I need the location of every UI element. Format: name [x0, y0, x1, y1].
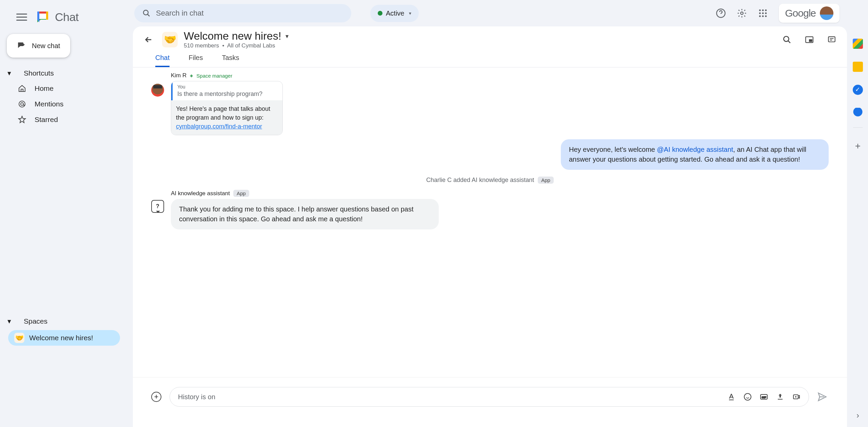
app-badge: App	[538, 177, 554, 184]
space-manager-badge: Space manager	[196, 73, 232, 79]
nav-home[interactable]: Home	[0, 81, 133, 96]
mentor-link[interactable]: cymbalgroup.com/find-a-mentor	[176, 123, 262, 130]
search-input[interactable]: Search in chat	[134, 4, 351, 22]
nav-mentions[interactable]: Mentions	[0, 96, 133, 112]
quoted-reply-card[interactable]: You Is there a mentorship program? Yes! …	[171, 81, 283, 135]
manager-diamond-icon: ◈	[190, 73, 193, 78]
compose-placeholder: History is on	[178, 393, 215, 401]
calendar-app-icon[interactable]	[853, 39, 863, 49]
keep-app-icon[interactable]	[853, 62, 863, 72]
chevron-down-icon: ▾	[409, 11, 411, 16]
nav-home-label: Home	[35, 84, 54, 93]
add-app-icon[interactable]: +	[855, 141, 861, 151]
main-menu-button[interactable]	[16, 14, 27, 21]
settings-icon[interactable]	[737, 8, 747, 18]
svg-text:GIF: GIF	[762, 396, 766, 399]
back-button[interactable]	[141, 32, 156, 47]
google-logo-text: Google	[785, 7, 816, 19]
account-switcher[interactable]: Google	[779, 4, 840, 23]
nav-shortcuts[interactable]: ▾ Shortcuts	[0, 66, 133, 81]
search-in-space-icon[interactable]	[783, 35, 791, 44]
nav-starred-label: Starred	[35, 116, 58, 124]
svg-point-8	[765, 9, 767, 11]
svg-point-14	[765, 15, 767, 17]
quote-author-label: You	[177, 84, 278, 89]
space-header-avatar: 🤝	[162, 32, 178, 47]
message-kim: Kim R ◈ Space manager You Is there a men…	[151, 72, 829, 136]
message-body: Thank you for adding me to this space. I…	[171, 199, 439, 229]
rail-divider	[853, 127, 863, 128]
svg-point-15	[784, 36, 789, 41]
nav-starred[interactable]: Starred	[0, 112, 133, 127]
user-avatar	[820, 6, 833, 20]
svg-point-5	[741, 12, 744, 15]
pip-icon[interactable]	[805, 35, 814, 44]
send-button[interactable]	[817, 392, 827, 402]
message-author[interactable]: AI knowledge assistant	[171, 190, 230, 197]
compose-input[interactable]: History is on GIF	[170, 387, 809, 407]
apps-grid-icon[interactable]	[758, 8, 768, 18]
message-self[interactable]: Hey everyone, let's welcome @AI knowledg…	[561, 139, 829, 170]
top-bar: Search in chat Active ▾ Google	[133, 0, 848, 26]
presence-dot-icon	[378, 11, 382, 16]
nav-shortcuts-label: Shortcuts	[24, 69, 54, 77]
message-body: Yes! Here's a page that talks about the …	[171, 100, 282, 135]
emoji-icon[interactable]	[744, 393, 752, 401]
mention-ai-assistant[interactable]: @AI knowledge assistant	[657, 146, 733, 153]
star-icon	[18, 115, 26, 124]
svg-point-3	[143, 10, 148, 15]
upload-icon[interactable]	[776, 393, 784, 401]
conversation-title: Welcome new hires!	[184, 30, 281, 42]
svg-point-13	[762, 15, 764, 17]
conversation-subtitle: 510 members • All of Cymbal Labs	[184, 42, 289, 49]
space-item-welcome[interactable]: 🤝 Welcome new hires!	[8, 330, 120, 346]
message-author[interactable]: Kim R	[171, 72, 186, 79]
search-icon	[142, 9, 151, 17]
video-meet-icon[interactable]	[792, 393, 801, 401]
tab-files[interactable]: Files	[189, 54, 203, 67]
avatar-kim[interactable]	[151, 84, 164, 97]
tab-tasks[interactable]: Tasks	[222, 54, 239, 67]
app-name: Chat	[55, 11, 79, 24]
at-icon	[18, 100, 26, 108]
format-text-icon[interactable]	[727, 393, 735, 401]
svg-rect-18	[828, 37, 835, 42]
quote-text: Is there a mentorship program?	[177, 90, 278, 98]
conversation-title-button[interactable]: Welcome new hires! ▾	[184, 30, 289, 42]
compose-add-button[interactable]: +	[151, 392, 161, 402]
new-chat-button[interactable]: New chat	[7, 34, 70, 58]
side-panel-rail: + ›	[848, 0, 868, 427]
app-badge: App	[233, 190, 249, 197]
svg-point-6	[759, 9, 761, 11]
app-logo[interactable]: Chat	[35, 9, 79, 24]
chat-logo-icon	[35, 9, 50, 24]
chevron-down-icon: ▾	[285, 33, 289, 40]
svg-rect-0	[39, 14, 46, 19]
space-item-label: Welcome new hires!	[29, 334, 93, 342]
presence-selector[interactable]: Active ▾	[370, 5, 419, 22]
nav-spaces[interactable]: ▾ Spaces	[0, 314, 133, 329]
svg-point-2	[21, 103, 23, 105]
svg-point-10	[762, 13, 764, 14]
svg-point-7	[762, 9, 764, 11]
compose-area: + History is on GIF	[133, 377, 847, 427]
tab-chat[interactable]: Chat	[155, 54, 170, 67]
avatar-ai-assistant[interactable]: ?	[151, 200, 164, 213]
svg-point-9	[759, 13, 761, 14]
svg-point-12	[759, 15, 761, 17]
presence-label: Active	[386, 9, 404, 17]
left-sidebar: Chat New chat ▾ Shortcuts Home Mentions	[0, 0, 133, 427]
expand-panel-icon[interactable]: ›	[856, 411, 859, 420]
nav-mentions-label: Mentions	[35, 100, 63, 108]
help-icon[interactable]	[716, 8, 726, 18]
thread-panel-icon[interactable]	[827, 35, 836, 44]
message-ai-assistant: ? AI knowledge assistant App Thank you f…	[151, 190, 829, 229]
svg-point-11	[765, 13, 767, 14]
nav-spaces-label: Spaces	[24, 317, 47, 325]
new-chat-icon	[17, 41, 26, 50]
gif-icon[interactable]: GIF	[760, 393, 768, 401]
new-chat-label: New chat	[32, 42, 60, 50]
contacts-app-icon[interactable]	[853, 108, 863, 118]
tasks-app-icon[interactable]	[853, 85, 863, 95]
system-message: Charlie C added AI knowledge assistant A…	[151, 177, 829, 184]
